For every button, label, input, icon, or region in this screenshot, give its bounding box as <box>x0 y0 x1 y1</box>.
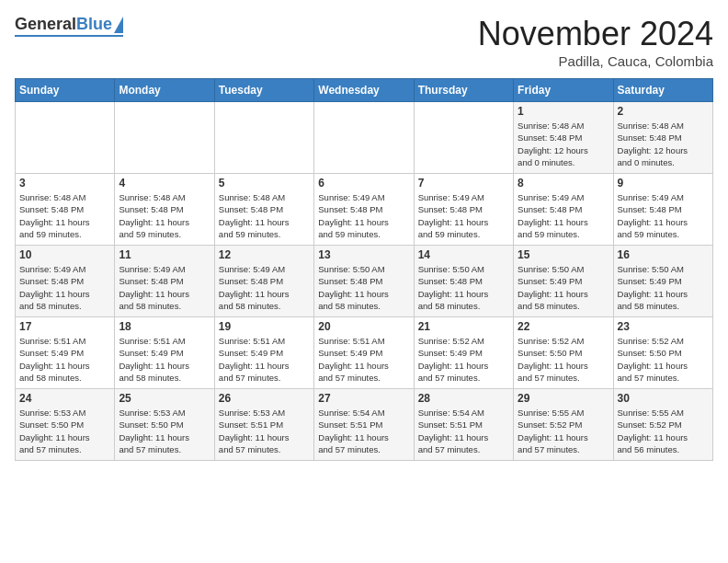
day-number: 19 <box>219 320 310 333</box>
day-number: 16 <box>618 248 709 261</box>
calendar-cell: 20Sunrise: 5:51 AMSunset: 5:49 PMDayligh… <box>314 317 414 389</box>
day-info: Sunrise: 5:55 AMSunset: 5:52 PMDaylight:… <box>518 407 609 455</box>
calendar-week-2: 3Sunrise: 5:48 AMSunset: 5:48 PMDaylight… <box>16 174 713 246</box>
calendar-cell: 27Sunrise: 5:54 AMSunset: 5:51 PMDayligh… <box>314 389 414 461</box>
day-number: 25 <box>119 392 210 405</box>
day-info: Sunrise: 5:50 AMSunset: 5:48 PMDaylight:… <box>318 263 409 312</box>
calendar-cell: 15Sunrise: 5:50 AMSunset: 5:49 PMDayligh… <box>514 246 613 317</box>
day-number: 24 <box>19 392 110 405</box>
calendar-cell: 11Sunrise: 5:49 AMSunset: 5:48 PMDayligh… <box>115 246 214 317</box>
day-number: 15 <box>518 248 609 261</box>
calendar-table: SundayMondayTuesdayWednesdayThursdayFrid… <box>15 78 713 461</box>
calendar-cell: 30Sunrise: 5:55 AMSunset: 5:52 PMDayligh… <box>613 389 712 461</box>
calendar-cell: 24Sunrise: 5:53 AMSunset: 5:50 PMDayligh… <box>16 389 115 461</box>
day-number: 21 <box>418 320 509 333</box>
day-info: Sunrise: 5:49 AMSunset: 5:48 PMDaylight:… <box>518 191 609 240</box>
calendar-cell <box>214 102 313 174</box>
day-info: Sunrise: 5:51 AMSunset: 5:49 PMDaylight:… <box>19 335 110 384</box>
calendar-week-5: 24Sunrise: 5:53 AMSunset: 5:50 PMDayligh… <box>16 389 713 461</box>
title-block: November 2024 Padilla, Cauca, Colombia <box>478 15 713 69</box>
day-info: Sunrise: 5:53 AMSunset: 5:50 PMDaylight:… <box>119 407 210 455</box>
day-info: Sunrise: 5:52 AMSunset: 5:49 PMDaylight:… <box>418 335 509 384</box>
col-header-thursday: Thursday <box>414 79 513 102</box>
calendar-cell: 14Sunrise: 5:50 AMSunset: 5:48 PMDayligh… <box>414 246 513 317</box>
calendar-cell: 6Sunrise: 5:49 AMSunset: 5:48 PMDaylight… <box>314 174 414 246</box>
col-header-wednesday: Wednesday <box>314 79 414 102</box>
day-info: Sunrise: 5:54 AMSunset: 5:51 PMDaylight:… <box>418 407 509 455</box>
day-info: Sunrise: 5:48 AMSunset: 5:48 PMDaylight:… <box>518 120 609 168</box>
calendar-cell: 26Sunrise: 5:53 AMSunset: 5:51 PMDayligh… <box>214 389 313 461</box>
day-number: 18 <box>119 320 210 333</box>
col-header-friday: Friday <box>514 79 613 102</box>
day-number: 23 <box>618 320 709 333</box>
day-info: Sunrise: 5:52 AMSunset: 5:50 PMDaylight:… <box>618 335 709 384</box>
col-header-tuesday: Tuesday <box>214 79 313 102</box>
day-number: 12 <box>219 248 310 261</box>
day-number: 2 <box>618 105 709 118</box>
calendar-header-row: SundayMondayTuesdayWednesdayThursdayFrid… <box>16 79 713 102</box>
day-info: Sunrise: 5:49 AMSunset: 5:48 PMDaylight:… <box>618 191 709 240</box>
calendar-cell: 3Sunrise: 5:48 AMSunset: 5:48 PMDaylight… <box>16 174 115 246</box>
calendar-cell: 28Sunrise: 5:54 AMSunset: 5:51 PMDayligh… <box>414 389 513 461</box>
calendar-cell: 22Sunrise: 5:52 AMSunset: 5:50 PMDayligh… <box>514 317 613 389</box>
calendar-week-3: 10Sunrise: 5:49 AMSunset: 5:48 PMDayligh… <box>16 246 713 317</box>
calendar-cell: 7Sunrise: 5:49 AMSunset: 5:48 PMDaylight… <box>414 174 513 246</box>
day-number: 26 <box>219 392 310 405</box>
calendar-cell <box>314 102 414 174</box>
day-info: Sunrise: 5:51 AMSunset: 5:49 PMDaylight:… <box>219 335 310 384</box>
day-info: Sunrise: 5:53 AMSunset: 5:50 PMDaylight:… <box>19 407 110 455</box>
calendar-cell: 23Sunrise: 5:52 AMSunset: 5:50 PMDayligh… <box>613 317 712 389</box>
calendar-cell: 18Sunrise: 5:51 AMSunset: 5:49 PMDayligh… <box>115 317 214 389</box>
calendar-cell: 9Sunrise: 5:49 AMSunset: 5:48 PMDaylight… <box>613 174 712 246</box>
day-info: Sunrise: 5:50 AMSunset: 5:48 PMDaylight:… <box>418 263 509 312</box>
calendar-week-1: 1Sunrise: 5:48 AMSunset: 5:48 PMDaylight… <box>16 102 713 174</box>
calendar-title: November 2024 <box>478 15 713 53</box>
day-info: Sunrise: 5:50 AMSunset: 5:49 PMDaylight:… <box>518 263 609 312</box>
col-header-saturday: Saturday <box>613 79 712 102</box>
col-header-sunday: Sunday <box>16 79 115 102</box>
calendar-cell: 5Sunrise: 5:48 AMSunset: 5:48 PMDaylight… <box>214 174 313 246</box>
day-number: 9 <box>618 177 709 190</box>
calendar-cell: 2Sunrise: 5:48 AMSunset: 5:48 PMDaylight… <box>613 102 712 174</box>
day-info: Sunrise: 5:55 AMSunset: 5:52 PMDaylight:… <box>618 407 709 455</box>
logo: General Blue <box>15 15 123 37</box>
col-header-monday: Monday <box>115 79 214 102</box>
day-number: 4 <box>119 177 210 190</box>
calendar-cell: 19Sunrise: 5:51 AMSunset: 5:49 PMDayligh… <box>214 317 313 389</box>
day-number: 28 <box>418 392 509 405</box>
calendar-cell <box>115 102 214 174</box>
calendar-location: Padilla, Cauca, Colombia <box>478 53 713 69</box>
day-number: 17 <box>19 320 110 333</box>
day-info: Sunrise: 5:49 AMSunset: 5:48 PMDaylight:… <box>418 191 509 240</box>
day-number: 14 <box>418 248 509 261</box>
day-number: 20 <box>318 320 409 333</box>
day-info: Sunrise: 5:52 AMSunset: 5:50 PMDaylight:… <box>518 335 609 384</box>
day-number: 6 <box>318 177 409 190</box>
day-number: 5 <box>219 177 310 190</box>
day-info: Sunrise: 5:54 AMSunset: 5:51 PMDaylight:… <box>318 407 409 455</box>
day-number: 30 <box>618 392 709 405</box>
calendar-cell: 17Sunrise: 5:51 AMSunset: 5:49 PMDayligh… <box>16 317 115 389</box>
day-number: 22 <box>518 320 609 333</box>
day-info: Sunrise: 5:48 AMSunset: 5:48 PMDaylight:… <box>19 191 110 240</box>
day-info: Sunrise: 5:49 AMSunset: 5:48 PMDaylight:… <box>119 263 210 312</box>
logo-underline <box>15 35 123 37</box>
calendar-cell: 21Sunrise: 5:52 AMSunset: 5:49 PMDayligh… <box>414 317 513 389</box>
day-number: 3 <box>19 177 110 190</box>
day-info: Sunrise: 5:48 AMSunset: 5:48 PMDaylight:… <box>219 191 310 240</box>
day-info: Sunrise: 5:51 AMSunset: 5:49 PMDaylight:… <box>318 335 409 384</box>
logo-icon <box>114 17 123 33</box>
day-number: 11 <box>119 248 210 261</box>
day-number: 29 <box>518 392 609 405</box>
calendar-cell: 12Sunrise: 5:49 AMSunset: 5:48 PMDayligh… <box>214 246 313 317</box>
day-info: Sunrise: 5:49 AMSunset: 5:48 PMDaylight:… <box>19 263 110 312</box>
calendar-cell: 8Sunrise: 5:49 AMSunset: 5:48 PMDaylight… <box>514 174 613 246</box>
calendar-cell: 10Sunrise: 5:49 AMSunset: 5:48 PMDayligh… <box>16 246 115 317</box>
day-info: Sunrise: 5:50 AMSunset: 5:49 PMDaylight:… <box>618 263 709 312</box>
day-info: Sunrise: 5:49 AMSunset: 5:48 PMDaylight:… <box>318 191 409 240</box>
calendar-cell: 16Sunrise: 5:50 AMSunset: 5:49 PMDayligh… <box>613 246 712 317</box>
logo-general-text: General <box>15 15 76 34</box>
calendar-cell <box>414 102 513 174</box>
day-info: Sunrise: 5:48 AMSunset: 5:48 PMDaylight:… <box>618 120 709 168</box>
logo-blue-text: Blue <box>76 15 112 34</box>
